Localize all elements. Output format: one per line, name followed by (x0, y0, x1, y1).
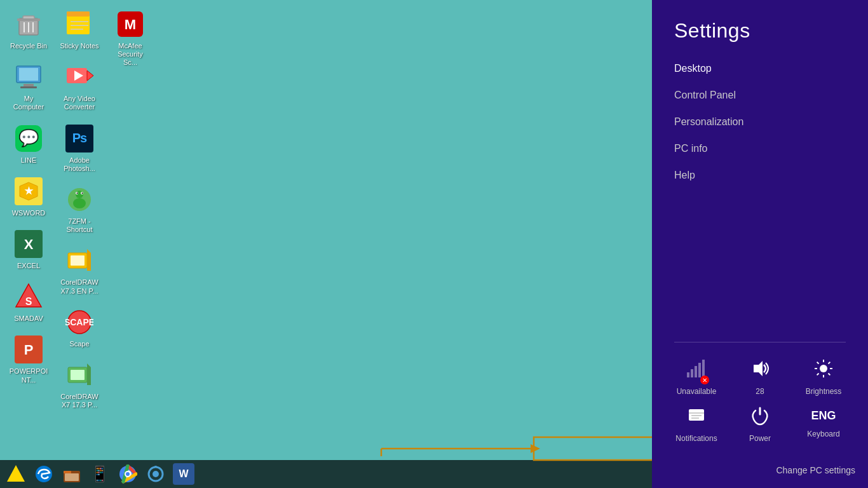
taskbar-phone[interactable]: 📱 (87, 461, 112, 487)
svg-rect-59 (687, 372, 689, 377)
change-pc-settings[interactable]: Change PC settings (652, 459, 868, 488)
icon-coreldraw-x717[interactable]: CorelDRAW X7 17.3 P... (57, 357, 102, 412)
svg-marker-35 (87, 249, 91, 271)
svg-rect-9 (20, 86, 37, 88)
svg-point-51 (126, 472, 130, 476)
icon-7zfm[interactable]: 7ZFM - Shortcut (57, 182, 102, 236)
svg-point-27 (76, 191, 83, 198)
icon-scape-label: Scape (69, 340, 89, 348)
taskbar-file-explorer[interactable] (59, 461, 85, 487)
icon-mcafee[interactable]: M McAfee Security Sc... (108, 6, 153, 70)
svg-marker-40 (87, 363, 91, 385)
icon-any-video[interactable]: Any Video Converter (57, 59, 102, 114)
settings-bottom-row-1: ✕ Unavailable 28 (665, 358, 855, 396)
icon-wsword-label: WSWORD (12, 209, 46, 217)
annotation-arrow (375, 402, 661, 466)
icon-wsword[interactable]: ★ WSWORD (6, 173, 51, 220)
taskbar-chrome[interactable] (115, 461, 140, 487)
svg-rect-63 (702, 360, 705, 377)
svg-rect-39 (71, 370, 85, 380)
settings-divider (674, 342, 846, 342)
svg-point-53 (153, 471, 159, 477)
settings-bottom: ✕ Unavailable 28 (652, 349, 868, 459)
icon-excel[interactable]: X EXCEL (6, 226, 51, 273)
icon-my-computer-label: My Computer (9, 95, 48, 111)
volume-icon (750, 358, 770, 383)
taskbar-word[interactable]: W (171, 461, 196, 487)
svg-point-65 (820, 365, 827, 372)
power-label: Power (749, 434, 771, 443)
svg-text:SCAPE: SCAPE (65, 317, 93, 327)
icon-smadav[interactable]: S SMADAV (6, 279, 51, 325)
taskbar-refresh[interactable] (143, 461, 168, 487)
icon-photoshop[interactable]: Ps Adobe Photosh... (57, 121, 102, 175)
settings-power[interactable]: Power (735, 405, 785, 443)
settings-brightness[interactable]: Brightness (798, 358, 849, 396)
power-icon (750, 405, 770, 430)
icon-coreldraw-x717-label: CorelDRAW X7 17.3 P... (60, 393, 99, 409)
settings-item-desktop[interactable]: Desktop (674, 55, 846, 82)
icon-powerpoint[interactable]: P POWERPOINT... (6, 332, 51, 386)
settings-panel: Settings Desktop Control Panel Personali… (652, 0, 868, 488)
volume-label: 28 (756, 387, 764, 396)
settings-menu: Desktop Control Panel Personalization PC… (652, 55, 868, 336)
icon-scape[interactable]: SCAPE Scape (57, 304, 102, 351)
settings-keyboard[interactable]: ENG Keyboard (798, 405, 849, 443)
svg-text:★: ★ (24, 186, 34, 196)
svg-rect-8 (24, 84, 34, 86)
svg-rect-62 (698, 363, 701, 377)
svg-point-28 (73, 198, 86, 208)
icon-smadav-label: SMADAV (14, 315, 43, 323)
svg-point-32 (82, 193, 83, 194)
notifications-label: Notifications (675, 434, 717, 443)
settings-network[interactable]: ✕ Unavailable (671, 358, 722, 396)
taskbar: 📱 W (0, 460, 652, 488)
icon-coreldraw-x73-label: CorelDRAW X7.3 EN P... (60, 278, 99, 295)
icon-line-label: LINE (21, 156, 36, 165)
svg-text:X: X (24, 236, 34, 252)
notifications-icon (686, 405, 707, 430)
svg-point-31 (77, 193, 78, 194)
svg-line-70 (817, 362, 819, 364)
icon-excel-label: EXCEL (17, 262, 40, 270)
svg-rect-74 (689, 409, 704, 421)
icon-mcafee-label: McAfee Security Sc... (111, 42, 150, 67)
svg-rect-19 (67, 11, 90, 17)
svg-text:P: P (24, 342, 34, 358)
svg-line-72 (829, 362, 831, 364)
settings-bottom-row-2: Notifications Power ENG Keyboard (665, 405, 855, 443)
icon-my-computer[interactable]: My Computer (6, 59, 51, 114)
icon-coreldraw-x73[interactable]: CorelDRAW X7.3 EN P... (57, 243, 102, 297)
settings-item-pc-info[interactable]: PC info (674, 135, 846, 162)
icon-recycle-bin[interactable]: Recycle Bin (6, 6, 51, 53)
svg-marker-57 (531, 444, 540, 453)
icon-powerpoint-label: POWERPOINT... (9, 367, 48, 384)
svg-rect-34 (71, 255, 85, 266)
svg-rect-7 (19, 68, 38, 81)
svg-rect-2 (17, 18, 40, 21)
settings-item-personalization[interactable]: Personalization (674, 109, 846, 135)
settings-item-help[interactable]: Help (674, 162, 846, 189)
network-label: Unavailable (677, 387, 717, 396)
network-icon: ✕ (686, 358, 707, 383)
svg-line-71 (829, 374, 831, 376)
icon-any-video-label: Any Video Converter (60, 95, 99, 111)
icon-sticky-notes[interactable]: Sticky Notes (57, 6, 102, 53)
svg-rect-55 (534, 437, 658, 460)
desktop-icons: Recycle Bin My Computer 💬 LINE (6, 6, 140, 438)
svg-text:S: S (25, 296, 32, 307)
svg-rect-46 (64, 471, 71, 473)
svg-marker-24 (87, 71, 93, 81)
keyboard-label: Keyboard (807, 430, 839, 438)
taskbar-edge[interactable] (31, 461, 57, 487)
icon-line[interactable]: 💬 LINE (6, 121, 51, 167)
brightness-icon (813, 358, 834, 383)
icon-sticky-notes-label: Sticky Notes (60, 42, 98, 50)
svg-marker-64 (754, 361, 763, 376)
settings-volume[interactable]: 28 (735, 358, 785, 396)
settings-notifications[interactable]: Notifications (671, 405, 722, 443)
taskbar-start[interactable] (3, 461, 29, 487)
keyboard-icon: ENG (811, 405, 836, 426)
icon-recycle-bin-label: Recycle Bin (10, 42, 47, 50)
settings-item-control-panel[interactable]: Control Panel (674, 82, 846, 109)
